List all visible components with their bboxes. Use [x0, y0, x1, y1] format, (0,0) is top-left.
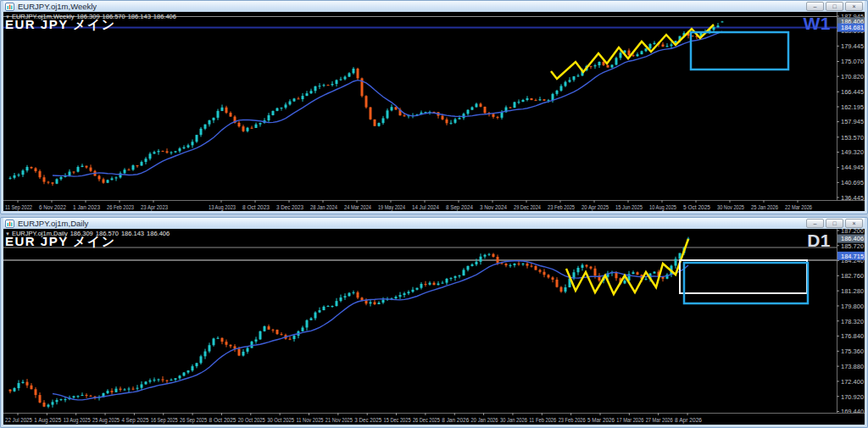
- svg-text:25 Aug 2025: 25 Aug 2025: [92, 416, 120, 424]
- svg-text:175.360: 175.360: [841, 347, 864, 355]
- svg-text:14 Jul 2024: 14 Jul 2024: [412, 203, 439, 211]
- svg-text:26 Dec 2025: 26 Dec 2025: [413, 416, 440, 424]
- svg-text:4 Sep 2025: 4 Sep 2025: [121, 416, 148, 424]
- svg-text:187.200: 187.200: [841, 229, 864, 235]
- svg-text:1 Jan 2023: 1 Jan 2023: [73, 203, 100, 211]
- svg-text:21 Nov 2025: 21 Nov 2025: [326, 416, 353, 424]
- svg-text:166.445: 166.445: [841, 88, 864, 96]
- svg-text:170.920: 170.920: [841, 393, 864, 401]
- svg-text:162.195: 162.195: [841, 103, 864, 111]
- chart-content: 187.945183.695179.445175.070170.820166.4…: [3, 12, 865, 211]
- svg-text:140.695: 140.695: [841, 179, 864, 186]
- svg-text:17 Mar 2026: 17 Mar 2026: [616, 416, 643, 424]
- minimize-button[interactable]: –: [806, 2, 824, 11]
- chart-info-symbol: EURJPY.oj1m,Weekly: [12, 13, 75, 20]
- svg-text:186.406: 186.406: [841, 235, 864, 242]
- mdi-workspace: EURJPY.oj1m,Weekly – □ × 187.945183.6951…: [0, 0, 868, 428]
- chart-document-icon: [5, 3, 14, 11]
- svg-text:22 Mar 2026: 22 Mar 2026: [785, 203, 812, 211]
- svg-text:8 Oct 2023: 8 Oct 2023: [242, 203, 270, 211]
- svg-text:184.681: 184.681: [841, 24, 864, 31]
- timeframe-badge: D1: [807, 231, 831, 251]
- price-chart-weekly[interactable]: 187.945183.695179.445175.070170.820166.4…: [3, 12, 865, 211]
- svg-text:11 Sep 2022: 11 Sep 2022: [5, 203, 32, 211]
- timeframe-badge: W1: [804, 14, 832, 34]
- svg-text:22 Jul 2025: 22 Jul 2025: [5, 416, 32, 424]
- window-controls: – □ ×: [806, 219, 863, 228]
- chart-window-weekly: EURJPY.oj1m,Weekly – □ × 187.945183.6951…: [0, 0, 868, 214]
- svg-text:20 Apr 2025: 20 Apr 2025: [581, 203, 609, 211]
- svg-text:11 Feb 2026: 11 Feb 2026: [529, 416, 556, 424]
- svg-text:15 Jun 2025: 15 Jun 2025: [615, 203, 643, 211]
- svg-text:30 Nov 2025: 30 Nov 2025: [717, 203, 744, 211]
- ohlc-close: 186.406: [153, 13, 176, 20]
- svg-text:23 Apr 2023: 23 Apr 2023: [141, 203, 168, 211]
- svg-text:175.070: 175.070: [841, 58, 864, 65]
- close-button[interactable]: ×: [845, 2, 863, 11]
- ohlc-low: 186.143: [128, 13, 151, 20]
- window-title: EURJPY.oj1m,Weekly: [18, 1, 803, 12]
- minimize-button[interactable]: –: [806, 219, 824, 228]
- svg-text:1 Aug 2025: 1 Aug 2025: [34, 416, 61, 424]
- svg-text:20 Oct 2025: 20 Oct 2025: [238, 416, 265, 424]
- svg-text:5 Mar 2026: 5 Mar 2026: [587, 416, 615, 424]
- svg-text:27 Mar 2026: 27 Mar 2026: [646, 416, 673, 424]
- svg-text:8 Jan 2026: 8 Jan 2026: [442, 416, 469, 424]
- svg-text:176.840: 176.840: [841, 332, 864, 340]
- symbol-dropdown-icon[interactable]: ▼: [5, 231, 10, 236]
- svg-text:185.720: 185.720: [841, 242, 864, 250]
- svg-text:30 Oct 2025: 30 Oct 2025: [267, 416, 294, 424]
- svg-text:13 Aug 2023: 13 Aug 2023: [209, 203, 236, 211]
- ohlc-close: 186.406: [147, 230, 170, 237]
- ohlc-open: 186.309: [70, 230, 93, 237]
- svg-text:6 Nov 2022: 6 Nov 2022: [39, 203, 66, 211]
- svg-text:179.800: 179.800: [841, 303, 864, 310]
- svg-text:23 Feb 2026: 23 Feb 2026: [559, 416, 586, 424]
- svg-text:3 Dec 2025: 3 Dec 2025: [354, 416, 381, 424]
- svg-text:8 Apr 2026: 8 Apr 2026: [675, 416, 702, 424]
- symbol-dropdown-icon[interactable]: ▼: [5, 14, 10, 19]
- svg-text:170.820: 170.820: [841, 73, 864, 81]
- chart-info-bar[interactable]: ▼EURJPY.oj1m,Weekly186.309186.570186.143…: [5, 13, 179, 20]
- svg-text:184.715: 184.715: [841, 253, 864, 260]
- svg-text:179.445: 179.445: [841, 42, 864, 50]
- window-titlebar[interactable]: EURJPY.oj1m,Daily – □ ×: [3, 218, 865, 229]
- chart-info-bar[interactable]: ▼EURJPY.oj1m,Daily186.309186.570186.1431…: [5, 230, 172, 237]
- svg-text:3 Nov 2024: 3 Nov 2024: [480, 203, 507, 211]
- maximize-button[interactable]: □: [826, 2, 843, 11]
- chart-info-symbol: EURJPY.oj1m,Daily: [12, 230, 68, 237]
- price-chart-daily[interactable]: 187.200185.720184.240182.760181.280179.8…: [3, 229, 865, 425]
- svg-text:181.280: 181.280: [841, 287, 864, 295]
- svg-text:11 Nov 2025: 11 Nov 2025: [297, 416, 324, 424]
- svg-text:15 Dec 2025: 15 Dec 2025: [384, 416, 411, 424]
- svg-text:5 Oct 2025: 5 Oct 2025: [683, 203, 710, 211]
- svg-text:153.570: 153.570: [841, 134, 864, 142]
- window-title: EURJPY.oj1m,Daily: [18, 218, 803, 229]
- svg-text:3 Dec 2023: 3 Dec 2023: [276, 203, 303, 211]
- svg-text:30 Jan 2026: 30 Jan 2026: [500, 416, 527, 424]
- svg-text:29 Dec 2024: 29 Dec 2024: [514, 203, 541, 211]
- svg-text:144.945: 144.945: [841, 164, 864, 171]
- svg-text:8 Sep 2024: 8 Sep 2024: [446, 203, 473, 211]
- svg-text:8 Oct 2025: 8 Oct 2025: [209, 416, 236, 424]
- svg-text:26 Feb 2023: 26 Feb 2023: [107, 203, 134, 211]
- svg-text:13 Aug 2025: 13 Aug 2025: [64, 416, 91, 424]
- svg-text:149.320: 149.320: [841, 148, 864, 156]
- window-titlebar[interactable]: EURJPY.oj1m,Weekly – □ ×: [3, 1, 865, 12]
- svg-text:20 Jan 2026: 20 Jan 2026: [471, 416, 498, 424]
- svg-text:24 Mar 2024: 24 Mar 2024: [344, 203, 371, 211]
- svg-text:169.440: 169.440: [841, 408, 864, 415]
- svg-text:157.945: 157.945: [841, 118, 864, 125]
- maximize-button[interactable]: □: [826, 219, 843, 228]
- svg-text:182.760: 182.760: [841, 272, 864, 280]
- svg-text:178.320: 178.320: [841, 318, 864, 325]
- svg-text:26 Sep 2025: 26 Sep 2025: [180, 416, 207, 424]
- svg-text:172.400: 172.400: [841, 378, 864, 386]
- chart-window-daily: EURJPY.oj1m,Daily – □ × 187.200185.72018…: [0, 217, 868, 428]
- svg-text:16 Sep 2025: 16 Sep 2025: [151, 416, 178, 424]
- ohlc-low: 186.143: [121, 230, 144, 237]
- svg-text:10 Aug 2025: 10 Aug 2025: [649, 203, 676, 211]
- close-button[interactable]: ×: [845, 219, 863, 228]
- chart-content: 187.200185.720184.240182.760181.280179.8…: [3, 229, 865, 425]
- ohlc-high: 186.570: [103, 13, 125, 20]
